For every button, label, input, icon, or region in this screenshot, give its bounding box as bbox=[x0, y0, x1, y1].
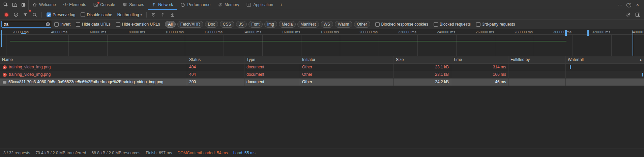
preserve-log-input[interactable] bbox=[47, 12, 51, 17]
tab-sources-label: Sources bbox=[129, 2, 144, 7]
invert-checkbox[interactable]: Invert bbox=[52, 22, 73, 27]
third-party-requests-label: 3rd-party requests bbox=[482, 22, 515, 27]
performance-gauge-icon bbox=[180, 2, 185, 7]
clear-filter-icon[interactable]: × bbox=[46, 22, 50, 26]
finish-time: Finish: 697 ms bbox=[146, 151, 172, 155]
request-waterfall-cell bbox=[566, 71, 644, 78]
console-icon bbox=[93, 2, 98, 7]
type-pill-css[interactable]: CSS bbox=[220, 21, 234, 28]
import-har-icon[interactable] bbox=[158, 10, 167, 19]
column-header-type[interactable]: Type bbox=[244, 56, 300, 63]
panel-tabs: Welcome </> Elements Console bbox=[29, 0, 286, 10]
device-emulation-icon[interactable] bbox=[10, 1, 19, 9]
hide-data-urls-label: Hide data URLs bbox=[82, 22, 111, 27]
error-icon: × bbox=[3, 65, 7, 69]
column-header-status[interactable]: Status bbox=[187, 56, 244, 63]
disable-cache-input[interactable] bbox=[81, 12, 85, 17]
sort-ascending-icon: ▲ bbox=[639, 56, 642, 63]
record-network-log-button[interactable] bbox=[2, 10, 11, 19]
column-header-fulfilled-by[interactable]: Fulfilled by bbox=[508, 56, 566, 63]
inspect-icon[interactable] bbox=[1, 1, 10, 9]
type-pill-doc[interactable]: Doc bbox=[205, 21, 218, 28]
preserve-log-checkbox[interactable]: Preserve log bbox=[44, 12, 78, 17]
request-name-cell: 63cca811-70c3-4080-9b5c-0a96623ee5c6%2Fo… bbox=[0, 78, 187, 86]
close-devtools-icon[interactable]: × bbox=[633, 1, 642, 9]
filter-input[interactable] bbox=[1, 21, 51, 28]
throttling-select[interactable]: No throttling ▾ bbox=[115, 12, 144, 18]
filter-funnel-icon[interactable] bbox=[21, 10, 30, 19]
request-status: 200 bbox=[187, 78, 244, 86]
overview-request-bar bbox=[565, 30, 567, 36]
column-header-initiator[interactable]: Initiator bbox=[300, 56, 394, 63]
more-options-icon[interactable]: ⋯ bbox=[616, 1, 624, 9]
column-header-name[interactable]: Name bbox=[0, 56, 187, 63]
tab-application[interactable]: Application bbox=[243, 0, 277, 10]
search-icon[interactable] bbox=[30, 10, 39, 19]
network-overview-timeline[interactable]: 20000 ms 40000 ms 60000 ms 80000 ms 1000… bbox=[0, 29, 644, 56]
network-settings-gear-icon[interactable] bbox=[624, 10, 633, 19]
tab-welcome[interactable]: Welcome bbox=[29, 0, 60, 10]
blocked-requests-input[interactable] bbox=[434, 22, 438, 27]
memory-gear-icon bbox=[218, 2, 223, 7]
invert-input[interactable] bbox=[54, 22, 59, 27]
hide-extension-urls-input[interactable] bbox=[116, 22, 120, 27]
column-header-size[interactable]: Size bbox=[394, 56, 451, 63]
type-pill-fetch-xhr[interactable]: Fetch/XHR bbox=[177, 21, 203, 28]
hide-data-urls-checkbox[interactable]: Hide data URLs bbox=[74, 22, 113, 27]
column-header-waterfall[interactable]: Waterfall ▲ bbox=[566, 56, 644, 63]
blocked-cookies-input[interactable] bbox=[375, 22, 380, 27]
clear-network-log-icon[interactable] bbox=[11, 10, 20, 19]
hide-extension-urls-label: Hide extension URLs bbox=[122, 22, 160, 27]
help-icon[interactable]: ? bbox=[624, 1, 633, 9]
third-party-requests-checkbox[interactable]: 3rd-party requests bbox=[474, 22, 517, 27]
waterfall-bar bbox=[570, 65, 571, 69]
code-icon: </> bbox=[63, 3, 67, 6]
type-pill-ws[interactable]: WS bbox=[321, 21, 333, 28]
ruler-tick: 100000 ms bbox=[157, 30, 184, 34]
blocked-cookies-label: Blocked response cookies bbox=[381, 22, 428, 27]
blocked-requests-checkbox[interactable]: Blocked requests bbox=[431, 22, 473, 27]
disable-cache-label: Disable cache bbox=[87, 12, 112, 17]
tab-sources[interactable]: Sources bbox=[119, 0, 148, 10]
hide-data-urls-input[interactable] bbox=[76, 22, 80, 27]
hide-extension-urls-checkbox[interactable]: Hide extension URLs bbox=[114, 22, 163, 27]
network-conditions-icon[interactable] bbox=[149, 10, 158, 19]
table-row-selected[interactable]: 63cca811-70c3-4080-9b5c-0a96623ee5c6%2Fo… bbox=[0, 78, 644, 86]
table-row[interactable]: × training_video_img.png 404 document Ot… bbox=[0, 64, 644, 71]
request-initiator: Other bbox=[300, 71, 394, 78]
table-row[interactable]: × training_video_img.png 404 document Ot… bbox=[0, 71, 644, 78]
ruler-tick: 80000 ms bbox=[118, 30, 145, 34]
tab-elements-label: Elements bbox=[69, 2, 86, 7]
request-fulfilled-by bbox=[508, 78, 566, 86]
type-pill-other[interactable]: Other bbox=[354, 21, 370, 28]
activity-bar-icon[interactable] bbox=[19, 1, 28, 9]
tab-console[interactable]: Console bbox=[90, 0, 119, 10]
export-har-icon[interactable] bbox=[168, 10, 177, 19]
type-pill-all[interactable]: All bbox=[165, 21, 175, 28]
record-icon bbox=[5, 13, 8, 17]
filter-input-wrap: × bbox=[1, 21, 51, 28]
request-size: 24.2 kB bbox=[394, 78, 451, 86]
tab-memory[interactable]: Memory bbox=[214, 0, 243, 10]
column-header-time[interactable]: Time bbox=[451, 56, 508, 63]
type-pill-manifest[interactable]: Manifest bbox=[297, 21, 319, 28]
disable-cache-checkbox[interactable]: Disable cache bbox=[78, 12, 114, 17]
type-pill-wasm[interactable]: Wasm bbox=[335, 21, 352, 28]
dock-panel-icon[interactable] bbox=[633, 10, 642, 19]
type-pill-js[interactable]: JS bbox=[236, 21, 247, 28]
overview-long-request-bar bbox=[10, 41, 566, 41]
type-pill-img[interactable]: Img bbox=[264, 21, 277, 28]
type-pill-media[interactable]: Media bbox=[279, 21, 296, 28]
tab-network[interactable]: Network bbox=[148, 0, 177, 10]
transferred-size: 70.4 kB / 2.0 MB transferred bbox=[35, 151, 86, 155]
third-party-requests-input[interactable] bbox=[476, 22, 480, 27]
blocked-cookies-checkbox[interactable]: Blocked response cookies bbox=[373, 22, 431, 27]
type-pill-font[interactable]: Font bbox=[248, 21, 263, 28]
more-tabs-button[interactable]: + bbox=[277, 0, 286, 9]
tab-elements[interactable]: </> Elements bbox=[60, 0, 90, 10]
dom-content-loaded-time: DOMContentLoaded: 54 ms bbox=[177, 151, 228, 155]
tab-performance[interactable]: Performance bbox=[177, 0, 214, 10]
sliders-icon bbox=[122, 2, 127, 7]
request-fulfilled-by bbox=[508, 71, 566, 78]
tab-console-label: Console bbox=[100, 2, 115, 7]
